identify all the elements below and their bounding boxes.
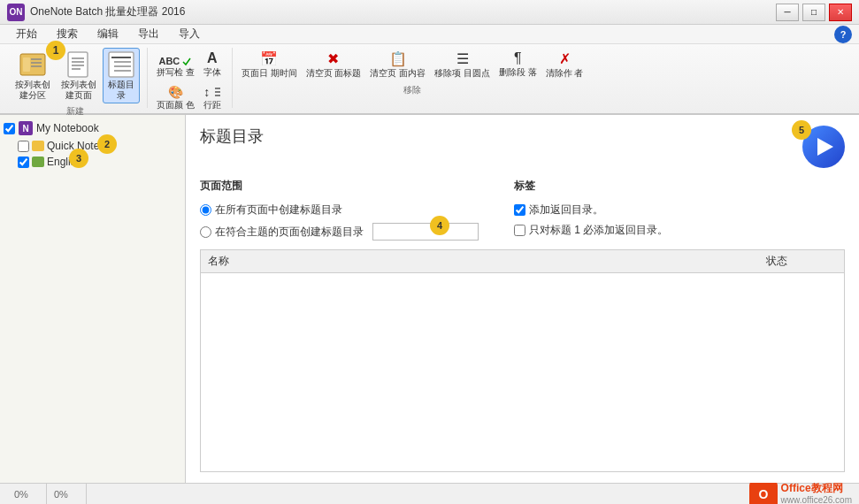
- page-scope-group: 页面范围 在所有页面中创建标题目录 在符合主题的页面创建标题目录 4: [200, 179, 479, 241]
- delete-para-button[interactable]: ¶ 删除段 落: [495, 48, 541, 82]
- table-body: [201, 273, 844, 470]
- page-scope-label: 页面范围: [200, 179, 479, 194]
- svg-rect-1: [23, 57, 30, 72]
- window-controls: ─ □ ✕: [776, 4, 852, 21]
- help-button[interactable]: ?: [834, 26, 852, 43]
- spell-check-icon: ABC: [158, 56, 180, 66]
- page-color-label: 页面颜 色: [157, 99, 195, 111]
- minimize-button[interactable]: ─: [776, 4, 799, 21]
- radio-matching-pages-input[interactable]: [200, 226, 211, 238]
- radio-all-pages-label: 在所有页面中创建标题目录: [215, 202, 342, 218]
- page-due-icon: 📅: [260, 50, 278, 67]
- remove-item-icon: ☰: [456, 50, 469, 67]
- tags-label: 标签: [514, 179, 668, 194]
- title-bar: ON OneNote Batch 批量处理器 2016 ─ □ ✕: [0, 0, 859, 25]
- sidebar: N My Notebook Quick Notes 2 3 English: [0, 115, 186, 483]
- font-button[interactable]: A 字体: [200, 48, 225, 81]
- quick-notes-checkbox[interactable]: [18, 141, 29, 152]
- radio-matching-pages-label: 在符合主题的页面创建标题目录: [215, 225, 364, 240]
- watermark-site: Office教程网: [781, 482, 852, 494]
- remove-item-label: 移除项 目圆点: [434, 67, 490, 80]
- quick-notes-icon: [32, 141, 44, 151]
- line-spacing-button[interactable]: ↕ 行距: [200, 82, 225, 114]
- checkbox-add-back[interactable]: 添加返回目录。: [514, 202, 668, 218]
- add-back-label: 添加返回目录。: [529, 202, 603, 218]
- english-checkbox[interactable]: [18, 157, 29, 168]
- menu-start[interactable]: 开始: [7, 25, 46, 43]
- radio-matching-pages[interactable]: 在符合主题的页面创建标题目录 4: [200, 223, 479, 241]
- ribbon-group-new: 按列表创 建分区 1 按列表创 建页面 标题目 录 新建: [7, 48, 148, 108]
- main-body: N My Notebook Quick Notes 2 3 English: [0, 115, 859, 483]
- restore-button[interactable]: □: [802, 4, 825, 21]
- radio-all-pages-input[interactable]: [200, 204, 211, 216]
- app-icon: ON: [7, 4, 25, 21]
- only-h1-label: 只对标题 1 必添加返回目录。: [529, 223, 668, 238]
- tree-item-english[interactable]: English: [0, 154, 185, 170]
- font-label: 字体: [203, 66, 221, 79]
- page-due-label: 页面日 期时间: [242, 67, 297, 80]
- content-area: 标题目录 5 页面范围 在所有页面中创建标题目录: [186, 115, 859, 483]
- svg-text:O: O: [758, 487, 768, 501]
- add-back-checkbox[interactable]: [514, 204, 525, 216]
- notebook-icon: N: [18, 120, 34, 136]
- menu-edit[interactable]: 编辑: [88, 25, 127, 43]
- toc-button[interactable]: 标题目 录: [103, 48, 140, 103]
- matching-pages-input[interactable]: [372, 223, 479, 241]
- toc-label: 标题目 录: [108, 80, 134, 101]
- annotation-2: 2: [97, 134, 117, 154]
- ribbon-group-remove-label: 移除: [403, 84, 421, 96]
- spell-check-button[interactable]: ABC 拼写检 查: [153, 53, 198, 81]
- clear-content-label: 清空页 面内容: [370, 67, 426, 80]
- menu-import[interactable]: 导入: [170, 25, 209, 43]
- create-section-icon: [19, 50, 47, 79]
- line-spacing-icon: ↕: [203, 85, 210, 99]
- checkbox-only-h1[interactable]: 只对标题 1 必添加返回目录。: [514, 223, 668, 238]
- spell-check-label: 拼写检 查: [157, 66, 195, 79]
- page-color-icon: 🎨: [168, 85, 183, 99]
- clear-title-label: 清空页 面标题: [306, 67, 362, 80]
- tags-group: 标签 添加返回目录。 只对标题 1 必添加返回目录。: [514, 179, 668, 241]
- create-page-label: 按列表创 建页面: [61, 80, 96, 101]
- english-icon: [32, 157, 44, 167]
- tree-item-quick-notes[interactable]: Quick Notes 2 3: [0, 138, 185, 154]
- clear-title-button[interactable]: ✖ 清空页 面标题: [303, 48, 365, 82]
- clear-content-icon: 📋: [389, 50, 407, 67]
- close-button[interactable]: ✕: [829, 4, 852, 21]
- remove-item-button[interactable]: ☰ 移除项 目圆点: [431, 48, 494, 82]
- status-progress-1: 0%: [7, 484, 47, 504]
- clear-content-button[interactable]: 📋 清空页 面内容: [366, 48, 429, 82]
- notebook-label: My Notebook: [36, 122, 99, 134]
- only-h1-checkbox[interactable]: [514, 225, 525, 236]
- options-row: 页面范围 在所有页面中创建标题目录 在符合主题的页面创建标题目录 4 标签: [200, 179, 845, 241]
- watermark-text-block: Office教程网 www.office26.com: [781, 482, 852, 504]
- table-area: 名称 状态: [200, 249, 845, 472]
- delete-para-label: 删除段 落: [499, 66, 537, 79]
- status-progress-2: 0%: [47, 484, 87, 504]
- watermark: O Office教程网 www.office26.com: [749, 480, 852, 505]
- tree-item-notebook[interactable]: N My Notebook: [0, 118, 185, 138]
- svg-text:N: N: [22, 124, 28, 134]
- col-status-header: 状态: [766, 254, 837, 269]
- delete-para-icon: ¶: [514, 50, 522, 66]
- create-section-label: 按列表创 建分区: [15, 80, 50, 101]
- content-title: 标题目录: [200, 126, 264, 147]
- table-header: 名称 状态: [201, 250, 844, 273]
- clear-author-button[interactable]: ✗ 清除作 者: [542, 48, 587, 82]
- page-color-button[interactable]: 🎨 页面颜 色: [153, 82, 198, 114]
- svg-rect-5: [68, 52, 88, 77]
- office-logo: O: [749, 480, 778, 505]
- notebook-checkbox[interactable]: [4, 123, 15, 134]
- watermark-url: www.office26.com: [781, 495, 852, 504]
- create-page-icon: [65, 50, 93, 79]
- clear-author-label: 清除作 者: [546, 67, 584, 80]
- menu-export[interactable]: 导出: [129, 25, 168, 43]
- ribbon-group-change: ABC 拼写检 查 🎨 页面颜 色: [150, 48, 233, 108]
- annotation-5: 5: [792, 120, 811, 140]
- toc-icon: [107, 50, 135, 79]
- page-due-button[interactable]: 📅 页面日 期时间: [238, 48, 301, 82]
- status-bar: 0% 0% O Office教程网 www.office26.com: [0, 483, 859, 504]
- annotation-1: 1: [46, 41, 65, 60]
- run-button-container: 5: [792, 126, 845, 170]
- font-icon: A: [207, 50, 218, 66]
- annotation-3: 3: [69, 149, 88, 168]
